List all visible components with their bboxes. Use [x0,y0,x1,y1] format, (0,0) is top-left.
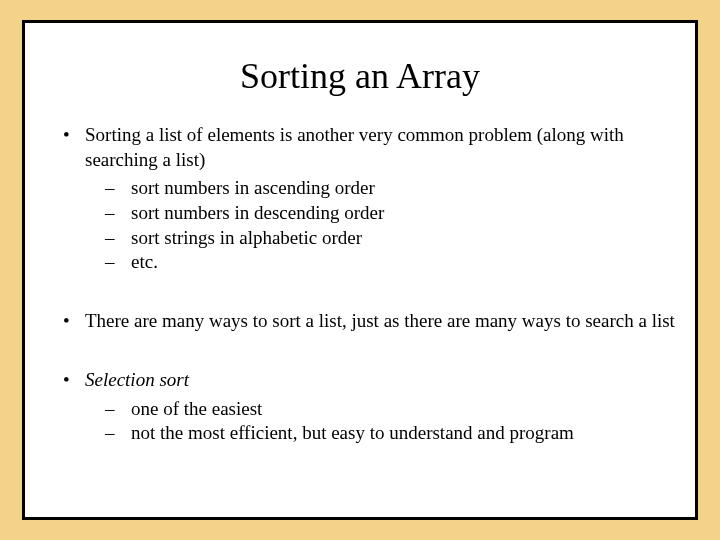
bullet-text-italic: Selection sort [85,369,189,390]
sub-text: not the most efficient, but easy to unde… [131,422,574,443]
bullet-text: Sorting a list of elements is another ve… [85,124,624,170]
sub-text: sort numbers in descending order [131,202,384,223]
bullet-item-3: Selection sort one of the easiest not th… [33,368,687,446]
slide-frame: Sorting an Array Sorting a list of eleme… [22,20,698,520]
sub-text: one of the easiest [131,398,262,419]
sub-text: sort numbers in ascending order [131,177,375,198]
slide-title: Sorting an Array [25,55,695,97]
bullet-list: Sorting a list of elements is another ve… [33,123,687,446]
slide-outer-border: Sorting an Array Sorting a list of eleme… [0,0,720,540]
sub-text: sort strings in alphabetic order [131,227,362,248]
sub-list-1: sort numbers in ascending order sort num… [85,176,687,275]
bullet-text: There are many ways to sort a list, just… [85,310,675,331]
bullet-item-1: Sorting a list of elements is another ve… [33,123,687,275]
sub-text: etc. [131,251,158,272]
sub-item: not the most efficient, but easy to unde… [85,421,687,446]
sub-item: etc. [85,250,687,275]
sub-item: one of the easiest [85,397,687,422]
sub-list-3: one of the easiest not the most efficien… [85,397,687,446]
sub-item: sort strings in alphabetic order [85,226,687,251]
sub-item: sort numbers in descending order [85,201,687,226]
sub-item: sort numbers in ascending order [85,176,687,201]
slide-content: Sorting a list of elements is another ve… [25,123,695,446]
bullet-item-2: There are many ways to sort a list, just… [33,309,687,334]
